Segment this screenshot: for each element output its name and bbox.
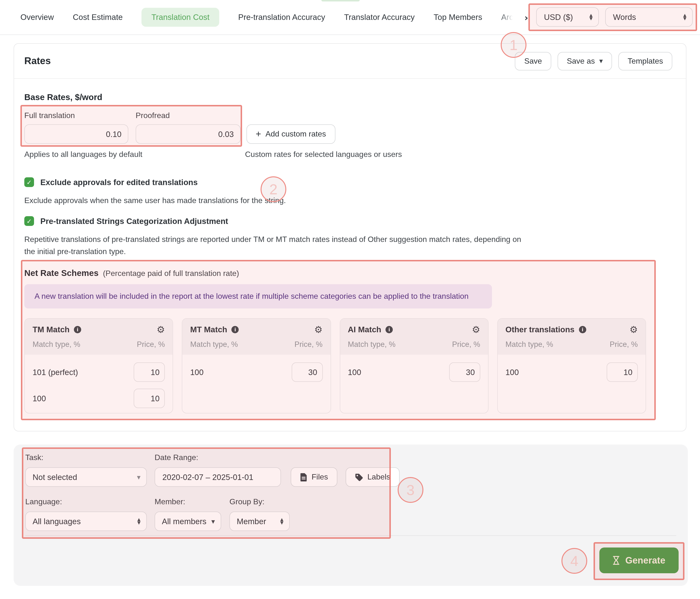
currency-value: USD ($) — [544, 12, 573, 22]
match-type-value: 100 — [32, 394, 46, 403]
unit-value: Words — [613, 12, 636, 22]
member-value: All members — [162, 517, 206, 526]
report-unit-controls: USD ($) Words — [536, 7, 693, 27]
save-as-button[interactable]: Save as — [557, 52, 612, 70]
price-header: Price, % — [610, 340, 638, 349]
member-select[interactable]: All members — [155, 512, 221, 531]
date-range-label: Date Range: — [155, 453, 281, 462]
group-by-value: Member — [237, 517, 266, 526]
exclude-approvals-label: Exclude approvals for edited translation… — [40, 178, 198, 187]
gear-icon[interactable] — [156, 325, 165, 334]
base-rates-note-right: Custom rates for selected languages or u… — [245, 150, 402, 159]
unit-select[interactable]: Words — [605, 7, 693, 27]
price-input[interactable] — [607, 362, 638, 382]
tab-translation-cost[interactable]: Translation Cost — [142, 8, 219, 27]
rates-card-actions: Save Save as Templates — [515, 52, 672, 70]
updown-icon — [683, 14, 686, 20]
base-rates-row: Full translation Proofread + Add custom … — [24, 111, 676, 144]
tab-cost-estimate[interactable]: Cost Estimate — [73, 12, 123, 22]
match-type-header: Match type, % — [348, 340, 396, 349]
save-button[interactable]: Save — [515, 52, 551, 70]
gear-icon[interactable] — [314, 325, 323, 334]
price-header: Price, % — [137, 340, 165, 349]
exclude-approvals-checkbox[interactable] — [24, 177, 34, 187]
language-select[interactable]: All languages — [25, 512, 147, 531]
group-by-label: Group By: — [229, 497, 290, 506]
filter-row-task: Task: Not selected Date Range: — [25, 453, 676, 487]
tab-top-members[interactable]: Top Members — [433, 12, 482, 22]
page-title: Rates — [24, 55, 51, 67]
match-type-value: 100 — [348, 367, 361, 377]
caret-down-icon — [137, 474, 141, 480]
updown-icon — [590, 14, 593, 20]
info-icon[interactable] — [386, 326, 393, 333]
exclude-approvals-description: Exclude approvals when the same user has… — [24, 194, 527, 206]
tab-overview[interactable]: Overview — [20, 12, 54, 22]
pretranslated-adjustment-checkbox[interactable] — [24, 216, 34, 226]
full-translation-label: Full translation — [24, 111, 128, 120]
plus-icon: + — [256, 129, 261, 139]
option-exclude-approvals: Exclude approvals for edited translation… — [24, 177, 676, 206]
mt-match-card: MT Match Match type, % Price, % 100 — [182, 318, 331, 413]
add-custom-rates-button[interactable]: + Add custom rates — [247, 124, 335, 144]
proofread-rate-input[interactable] — [135, 124, 241, 144]
task-label: Task: — [25, 453, 155, 462]
tag-icon — [355, 473, 363, 481]
info-icon[interactable] — [579, 326, 586, 333]
add-custom-rates-label: Add custom rates — [266, 130, 326, 138]
ai-match-card: AI Match Match type, % Price, % 100 — [340, 318, 489, 413]
pretranslated-adjustment-label: Pre-translated Strings Categorization Ad… — [40, 216, 228, 226]
other-translations-card: Other translations Match type, % Price, … — [497, 318, 646, 413]
tab-archived-truncated[interactable]: Arc — [501, 12, 513, 22]
tm-match-card: TM Match Match type, % Price, % 101 (per… — [24, 318, 173, 413]
currency-select[interactable]: USD ($) — [536, 7, 599, 27]
gear-icon[interactable] — [629, 325, 638, 334]
table-row: 100 — [505, 362, 638, 382]
group-by-select[interactable]: Member — [229, 512, 290, 531]
generate-button[interactable]: Generate — [599, 547, 679, 573]
tm-match-title: TM Match — [32, 325, 70, 334]
base-rates-note-left: Applies to all languages by default — [24, 150, 245, 159]
gear-icon[interactable] — [472, 325, 480, 334]
price-input[interactable] — [292, 362, 323, 382]
base-rates-heading: Base Rates, $/word — [24, 92, 676, 103]
net-rate-scheme-columns: TM Match Match type, % Price, % 101 (per… — [24, 318, 646, 413]
full-translation-rate-input[interactable] — [24, 124, 128, 144]
labels-label: Labels — [368, 473, 390, 481]
info-icon[interactable] — [232, 326, 239, 333]
info-icon[interactable] — [74, 326, 81, 333]
base-rates-notes: Applies to all languages by default Cust… — [24, 150, 676, 159]
match-type-header: Match type, % — [32, 340, 80, 349]
file-icon — [300, 473, 307, 481]
match-type-value: 100 — [190, 367, 204, 377]
rates-card-body: Base Rates, $/word Full translation Proo… — [14, 92, 686, 413]
match-type-header: Match type, % — [505, 340, 553, 349]
task-value: Not selected — [32, 472, 77, 482]
date-range-input[interactable] — [155, 467, 281, 487]
templates-button[interactable]: Templates — [618, 52, 672, 70]
files-button[interactable]: Files — [291, 467, 338, 487]
table-row: 100 — [190, 362, 323, 382]
price-header: Price, % — [452, 340, 480, 349]
task-select[interactable]: Not selected — [25, 467, 147, 487]
tab-translator-accuracy[interactable]: Translator Accuracy — [344, 12, 415, 22]
proofread-field: Proofread — [135, 111, 241, 144]
report-filters-panel: Task: Not selected Date Range: — [14, 444, 688, 586]
updown-icon — [137, 518, 141, 525]
price-input[interactable] — [134, 389, 165, 408]
match-type-header: Match type, % — [190, 340, 238, 349]
chevron-right-icon[interactable]: › — [524, 12, 528, 23]
proofread-label: Proofread — [135, 111, 241, 120]
caret-down-icon — [599, 58, 603, 63]
price-input[interactable] — [134, 362, 165, 382]
match-type-value: 101 (perfect) — [32, 367, 78, 377]
option-pretranslated-adjustment: Pre-translated Strings Categorization Ad… — [24, 216, 676, 258]
table-row: 100 — [348, 362, 480, 382]
full-translation-field: Full translation — [24, 111, 128, 144]
tab-pre-translation-accuracy[interactable]: Pre-translation Accuracy — [238, 12, 325, 22]
page: Overview Cost Estimate Translation Cost … — [0, 0, 700, 599]
labels-button[interactable]: Labels — [346, 467, 400, 487]
rates-card-header: Rates Save Save as Templates — [14, 44, 686, 79]
price-input[interactable] — [449, 362, 480, 382]
price-header: Price, % — [295, 340, 323, 349]
